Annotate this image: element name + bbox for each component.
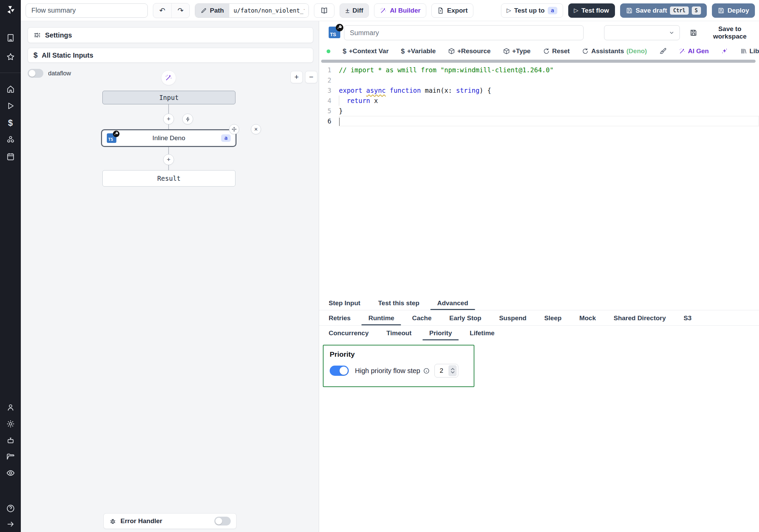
tab-cache[interactable]: Cache xyxy=(411,311,433,325)
chevron-down-icon xyxy=(669,30,675,36)
tab-runtime[interactable]: Runtime xyxy=(367,311,396,325)
test-flow-button[interactable]: ▷ Test flow xyxy=(568,3,615,18)
save-to-workspace-button[interactable]: Save to workspace xyxy=(690,25,759,40)
add-resource-button[interactable]: +Resource xyxy=(448,47,491,55)
deno-logo-icon xyxy=(335,24,344,32)
high-priority-toggle[interactable] xyxy=(330,366,349,376)
tab-lifetime[interactable]: Lifetime xyxy=(468,326,496,340)
flow-settings-button[interactable]: Settings xyxy=(28,27,313,43)
dataflow-toggle[interactable] xyxy=(28,69,43,78)
step-summary-input[interactable] xyxy=(344,25,584,40)
reset-button[interactable]: Reset xyxy=(543,47,570,55)
delete-step-button[interactable]: × xyxy=(251,124,261,134)
sidebar-nav-favorites[interactable] xyxy=(0,53,21,61)
save-icon xyxy=(718,7,725,14)
editor-horizontal-scrollbar[interactable] xyxy=(321,60,756,63)
error-handler-toggle[interactable] xyxy=(214,517,231,526)
sidebar-nav-runs[interactable] xyxy=(0,102,21,110)
line-number: 5 xyxy=(319,106,339,116)
zoom-in-button[interactable]: + xyxy=(290,71,303,83)
save-icon xyxy=(690,29,697,36)
format-button[interactable] xyxy=(659,48,667,55)
zoom-out-button[interactable]: − xyxy=(305,71,317,83)
deploy-label: Deploy xyxy=(728,7,749,14)
info-icon[interactable] xyxy=(423,368,430,374)
line-number: 1 xyxy=(319,65,339,75)
code-line-3: 3export async function main(x: string) { xyxy=(319,85,759,95)
sidebar-nav-home[interactable] xyxy=(0,85,21,93)
export-button[interactable]: Export xyxy=(431,3,473,18)
tab-concurrency[interactable]: Concurrency xyxy=(327,326,370,340)
path-input[interactable] xyxy=(229,4,309,17)
ai-builder-button[interactable]: AI Builder xyxy=(374,3,426,18)
line-content: // import * as wmill from "npm:windmill-… xyxy=(339,65,759,75)
editor-header: TS Save to workspace xyxy=(319,21,759,44)
add-context-var-button[interactable]: $ +Context Var xyxy=(343,47,389,55)
all-static-inputs-button[interactable]: $ All Static Inputs xyxy=(28,48,313,63)
paintbrush-icon xyxy=(659,48,667,55)
assistant-status-dot xyxy=(327,49,330,53)
sidebar-nav-resources[interactable] xyxy=(0,135,21,144)
move-step-button[interactable] xyxy=(229,124,239,134)
sidebar-nav-folders[interactable] xyxy=(0,452,21,461)
test-up-to-label: Test up to xyxy=(514,7,545,14)
trigger-bolt-button[interactable] xyxy=(182,114,193,124)
add-variable-button[interactable]: $ +Variable xyxy=(401,47,436,55)
ai-sparkle-button[interactable] xyxy=(721,48,728,55)
tab-sleep[interactable]: Sleep xyxy=(543,311,563,325)
tab-retries[interactable]: Retries xyxy=(327,311,352,325)
box-icon xyxy=(503,48,510,55)
add-step-button[interactable]: + xyxy=(163,154,174,165)
tab-mock[interactable]: Mock xyxy=(578,311,597,325)
assistants-button[interactable]: Assistants (Deno) xyxy=(582,47,647,55)
file-icon xyxy=(437,7,444,14)
error-handler-card[interactable]: Error Handler xyxy=(103,513,237,529)
sidebar-nav-variables[interactable]: $ xyxy=(0,118,21,128)
editor-toolbar: $ +Context Var $ +Variable +Resource +Ty… xyxy=(319,44,759,58)
graph-node-inline-deno[interactable]: TS Inline Deno a xyxy=(101,129,237,147)
sidebar-nav-audit[interactable] xyxy=(0,469,21,477)
tab-suspend[interactable]: Suspend xyxy=(498,311,528,325)
sidebar-nav-workers[interactable] xyxy=(0,436,21,445)
dataflow-label: dataflow xyxy=(48,70,71,77)
diff-button[interactable]: ± Diff xyxy=(340,3,369,18)
deploy-button[interactable]: Deploy xyxy=(712,3,755,18)
tab-priority[interactable]: Priority xyxy=(428,326,454,340)
path-button[interactable]: Path xyxy=(195,4,229,17)
tab-s3[interactable]: S3 xyxy=(682,311,693,325)
sidebar-nav-user[interactable] xyxy=(0,403,21,412)
number-stepper[interactable] xyxy=(448,365,457,376)
dollar-icon: $ xyxy=(401,47,405,55)
flow-summary-input[interactable] xyxy=(26,3,148,18)
sidebar-nav-settings[interactable] xyxy=(0,419,21,428)
workspace-script-select[interactable] xyxy=(604,25,680,40)
graph-ai-wand-button[interactable] xyxy=(161,70,176,85)
sidebar-expand-arrow-icon[interactable] xyxy=(0,520,21,529)
sidebar-help-button[interactable] xyxy=(0,504,21,513)
code-editor[interactable]: 1// import * as wmill from "npm:windmill… xyxy=(319,65,759,296)
save-draft-button[interactable]: Save draft Ctrl S xyxy=(620,3,707,18)
library-button[interactable]: Library xyxy=(740,47,759,55)
tab-step-input[interactable]: Step Input xyxy=(327,296,362,310)
tab-test-this-step[interactable]: Test this step xyxy=(377,296,421,310)
add-step-button[interactable]: + xyxy=(163,114,174,124)
windmill-logo-icon[interactable] xyxy=(0,5,21,15)
add-type-button[interactable]: +Type xyxy=(503,47,531,55)
ts-label: TS xyxy=(108,137,113,142)
graph-node-result[interactable]: Result xyxy=(102,170,235,187)
ai-gen-button[interactable]: AI Gen xyxy=(679,47,709,55)
redo-button[interactable]: ↷ xyxy=(171,3,189,18)
sidebar-nav-schedules[interactable] xyxy=(0,152,21,161)
tab-timeout[interactable]: Timeout xyxy=(385,326,413,340)
sidebar-nav-workspace[interactable] xyxy=(0,33,21,42)
tab-early-stop[interactable]: Early Stop xyxy=(448,311,483,325)
undo-button[interactable]: ↶ xyxy=(153,3,171,18)
high-priority-label: High priority flow step xyxy=(355,367,420,375)
edge-input-to-step xyxy=(168,104,169,114)
tab-shared-directory[interactable]: Shared Directory xyxy=(612,311,667,325)
graph-node-input[interactable]: Input xyxy=(102,91,235,104)
tab-advanced[interactable]: Advanced xyxy=(436,296,470,310)
test-up-to-button[interactable]: ▷ Test up to a xyxy=(501,3,563,18)
priority-number-input[interactable] xyxy=(440,367,448,374)
docs-button[interactable] xyxy=(314,3,334,18)
